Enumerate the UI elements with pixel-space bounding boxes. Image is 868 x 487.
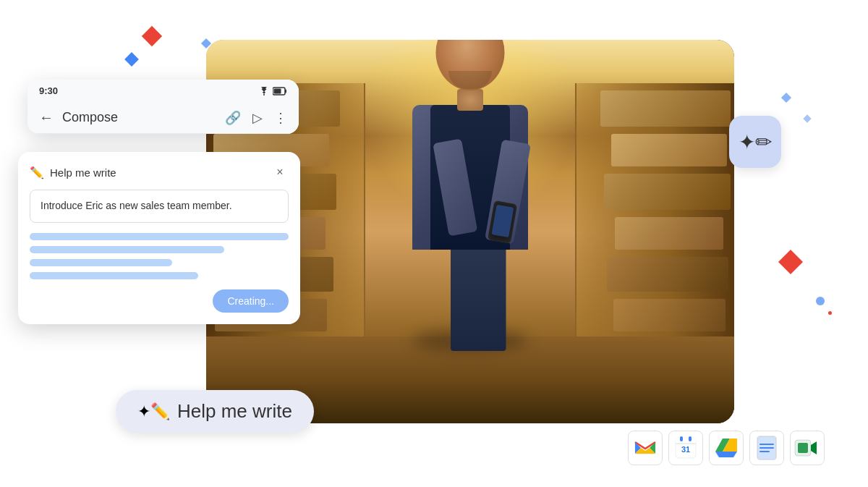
gcal-svg: 31 <box>674 436 697 460</box>
title-row: ✏️ Help me write <box>30 166 116 179</box>
compose-header: ← Compose 🔗 ▷ ⋮ <box>27 102 299 134</box>
svg-rect-7 <box>680 436 683 441</box>
deco-dot-red <box>828 311 832 315</box>
sparkle-red-top <box>145 29 159 43</box>
back-arrow[interactable]: ← <box>39 109 54 126</box>
status-time: 9:30 <box>39 85 58 96</box>
wand-icon: ✦✏ <box>739 130 772 154</box>
help-write-title: Help me write <box>50 166 116 179</box>
send-icon[interactable]: ▷ <box>252 110 263 126</box>
status-icons <box>258 87 287 96</box>
creating-button[interactable]: Creating... <box>213 289 289 313</box>
wifi-icon <box>258 87 270 96</box>
gcal-icon[interactable]: 31 <box>668 431 703 465</box>
help-write-card: ✏️ Help me write × Introduce Eric as new… <box>18 152 300 324</box>
sparkle-blue-right1 <box>783 94 790 101</box>
loading-bar-4 <box>30 272 198 279</box>
phone-card: 9:30 ← Compose 🔗 ▷ ⋮ <box>27 80 299 134</box>
svg-rect-3 <box>274 88 281 93</box>
status-bar: 9:30 <box>27 80 299 102</box>
prompt-text: Introduce Eric as new sales team member. <box>41 200 232 211</box>
attachment-icon[interactable]: 🔗 <box>225 110 241 126</box>
svg-rect-2 <box>285 89 286 93</box>
battery-icon <box>273 87 287 96</box>
help-me-write-pill[interactable]: ✦✏️ Help me write <box>116 390 314 433</box>
sparkle-small-right <box>804 116 810 122</box>
pill-label: Help me write <box>177 400 292 423</box>
sparkle-red-right <box>782 253 799 271</box>
close-button[interactable]: × <box>271 164 289 181</box>
svg-text:31: 31 <box>681 445 690 454</box>
svg-point-0 <box>263 94 265 96</box>
gdocs-svg <box>757 436 777 460</box>
gdrive-svg <box>714 437 739 459</box>
gdocs-icon[interactable] <box>749 431 784 465</box>
gmail-icon[interactable] <box>628 431 663 465</box>
gmail-svg <box>634 439 657 457</box>
loading-bar-3 <box>30 259 172 266</box>
sparkle-blue-top <box>127 54 137 64</box>
deco-dot-right <box>816 297 825 305</box>
svg-rect-6 <box>676 441 696 444</box>
loading-bar-2 <box>30 246 224 253</box>
compose-actions: 🔗 ▷ ⋮ <box>225 110 287 126</box>
google-apps-row: 31 <box>628 431 825 465</box>
loading-bars <box>30 233 289 279</box>
svg-rect-8 <box>689 436 692 441</box>
more-icon[interactable]: ⋮ <box>274 110 287 126</box>
pencil-stars-icon: ✏️ <box>30 166 44 179</box>
compose-title: Compose <box>62 110 216 125</box>
magic-wand-button[interactable]: ✦✏ <box>729 116 781 168</box>
gmeet-svg <box>794 438 820 458</box>
loading-bar-1 <box>30 233 289 240</box>
help-write-header: ✏️ Help me write × <box>30 164 289 181</box>
gmeet-icon[interactable] <box>790 431 825 465</box>
gdrive-icon[interactable] <box>709 431 744 465</box>
sparkle-pen-icon: ✦✏️ <box>137 402 170 421</box>
svg-rect-16 <box>798 443 808 453</box>
creating-row: Creating... <box>30 289 289 313</box>
prompt-box: Introduce Eric as new sales team member. <box>30 190 289 223</box>
